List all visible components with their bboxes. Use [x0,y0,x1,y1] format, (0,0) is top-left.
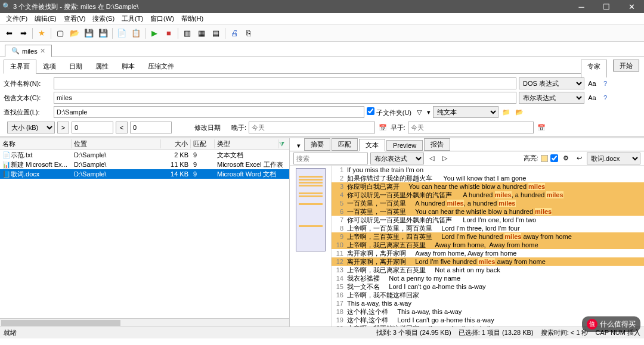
subfolder-checkbox[interactable]: 子文件夹(U) [367,107,411,117]
menu-window[interactable]: 窗口(W) [147,13,178,24]
minimize-button[interactable]: ─ [569,0,594,13]
size-unit-select[interactable]: 大小 (kB) [7,122,55,133]
doc-button[interactable]: 📄 [115,27,128,40]
tab-zip[interactable]: 压缩文件 [141,60,181,73]
text-expr-select[interactable]: 布尔表达式 [519,92,584,104]
back-button[interactable]: ⬅ [2,27,16,40]
menu-tools[interactable]: 工具(T) [118,13,147,24]
calendar-icon[interactable]: 📅 [377,122,388,133]
filter-icon[interactable]: ▽ [414,107,425,117]
location-input[interactable] [54,106,364,118]
tab-main[interactable]: 主界面 [4,60,36,74]
after-input[interactable] [249,122,375,133]
case-icon[interactable]: Aa [587,78,597,89]
preview-doc-select[interactable]: 歌词.docx [587,153,640,164]
menu-view[interactable]: 查看(V) [60,13,89,24]
lt-button[interactable]: < [116,122,128,133]
location-label: 查找位置(L): [4,108,51,117]
view3-button[interactable]: ▤ [209,27,222,40]
calendar-icon-2[interactable]: 📅 [536,122,547,133]
folder-open-icon[interactable]: 📂 [514,107,525,117]
thumbnail-pane[interactable] [290,166,332,327]
col-size[interactable]: 大小 [161,139,191,148]
next-icon[interactable]: ▷ [439,153,450,164]
new-button[interactable]: ▢ [54,27,67,40]
tab-attr[interactable]: 属性 [89,60,115,73]
search-tab-miles[interactable]: 🔍 miles ✕ [5,45,52,57]
col-loc[interactable]: 位置 [72,139,161,148]
folder-icon[interactable]: 📁 [501,107,512,117]
menu-help[interactable]: 帮助(H) [178,13,207,24]
view1-button[interactable]: ▥ [181,27,194,40]
col-match[interactable]: 匹配 [191,139,215,148]
h-scrollbar[interactable] [0,318,289,327]
preview-pane: ▾ 摘要 匹配 文本 Preview 报告 布尔表达式 ◁ ▷ 高亮: ⚙ ↩ … [290,138,644,327]
preview-mode-select[interactable]: 布尔表达式 [370,153,424,164]
status-time: 搜索时间: < 1 秒 [541,328,589,337]
preview-search-input[interactable] [293,153,368,164]
status-found: 找到: 3 个项目 (24.95 KB) [376,328,451,337]
funnel-icon[interactable]: ⧩ [279,140,289,148]
view2-button[interactable]: ▦ [195,27,208,40]
hl-color-1[interactable] [541,155,548,162]
preview-tabstrip: ▾ 摘要 匹配 文本 Preview 报告 [290,138,644,151]
case-icon-2[interactable]: Aa [587,92,597,103]
table-row[interactable]: 📄示范.txtD:\Sample\2 KB9文本文档 [0,150,289,160]
size-min-input[interactable] [72,122,113,133]
save-button[interactable]: 💾 [82,27,95,40]
close-button[interactable]: ✕ [619,0,644,13]
maximize-button[interactable]: ☐ [594,0,619,13]
favorite-button[interactable]: ★ [35,27,48,40]
status-selected: 已选择: 1 项目 (13.28 KB) [459,328,534,337]
prev-icon[interactable]: ◁ [426,153,437,164]
col-type[interactable]: 类型 [215,139,279,148]
name-expr-select[interactable]: DOS 表达式 [519,77,584,89]
ptab-match[interactable]: 匹配 [332,138,358,151]
highlight-label: 高亮: [524,154,538,163]
filename-input[interactable] [54,77,516,89]
size-max-input[interactable] [130,122,172,133]
menu-edit[interactable]: 编辑(E) [31,13,60,24]
before-input[interactable] [408,122,534,133]
help-icon-2[interactable]: ? [600,92,611,103]
settings-icon[interactable]: ⚙ [561,153,571,164]
list-button[interactable]: 📋 [129,27,143,40]
tab-options[interactable]: 选项 [36,60,63,73]
save-all-button[interactable]: 💾 [97,27,110,40]
ptab-preview[interactable]: Preview [386,140,423,151]
stop-button[interactable]: ■ [162,27,175,40]
tab-date[interactable]: 日期 [63,60,89,73]
app-icon: 🔍 [2,2,11,11]
contains-label: 包含文本(C): [4,94,51,102]
run-button[interactable]: ▶ [148,27,161,40]
export-button[interactable]: ⎘ [242,27,255,40]
menubar: 文件(F) 编辑(E) 查看(V) 搜索(S) 工具(T) 窗口(W) 帮助(H… [0,13,644,25]
status-ready: 就绪 [4,328,17,337]
table-row[interactable]: 📘歌词.docxD:\Sample\14 KB9Microsoft Word 文… [0,169,289,179]
wrap-icon[interactable]: ↩ [574,153,584,164]
start-button[interactable]: 开始 [613,60,639,72]
open-button[interactable]: 📂 [68,27,81,40]
watermark: 值 什么值得买 [582,316,640,332]
hl-check[interactable] [550,154,558,162]
tab-expert[interactable]: 专家 [581,60,607,77]
ptab-report[interactable]: 报告 [424,138,450,151]
help-icon[interactable]: ? [600,78,611,89]
ptab-text[interactable]: 文本 [359,139,385,151]
print-button[interactable]: 🖨 [228,27,241,40]
tab-script[interactable]: 脚本 [115,60,141,73]
col-name[interactable]: 名称 [0,139,72,148]
text-view[interactable]: 1If you miss the train I'm on2如果你错过了我坐的那… [332,166,644,327]
contains-input[interactable] [54,92,516,104]
table-row[interactable]: 📊新建 Microsoft Ex...D:\Sample\11 KB9Micro… [0,160,289,169]
menu-file[interactable]: 文件(F) [2,13,31,24]
collapse-icon[interactable]: ▾ [293,141,304,151]
watermark-text: 什么值得买 [600,319,636,330]
page-thumbnail[interactable] [296,168,326,251]
ptab-summary[interactable]: 摘要 [304,138,330,151]
menu-search[interactable]: 搜索(S) [89,13,118,24]
gt-button[interactable]: > [57,122,69,133]
close-tab-icon[interactable]: ✕ [40,47,45,55]
forward-button[interactable]: ➡ [17,27,30,40]
loc-type-select[interactable]: 纯文本 [433,106,499,118]
